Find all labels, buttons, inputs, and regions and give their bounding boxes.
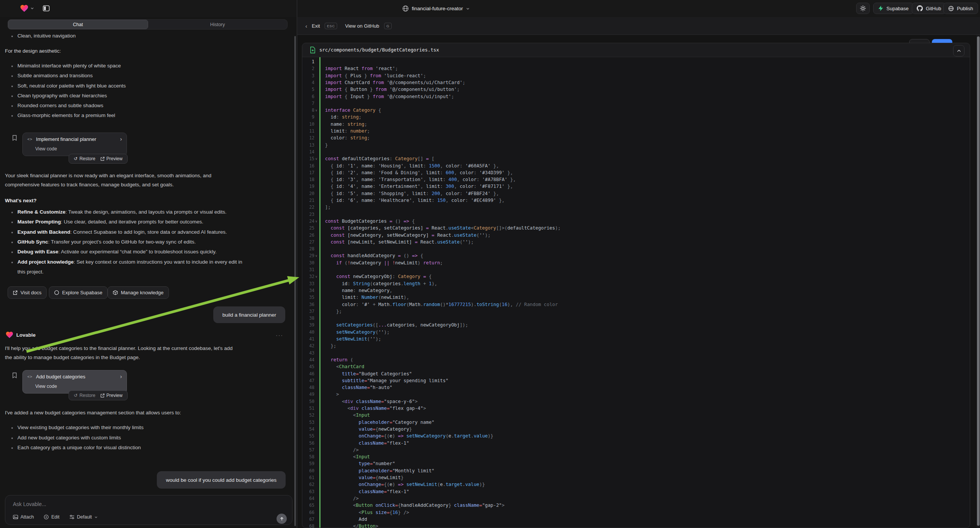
g-key-badge: G [384,23,392,29]
globe-icon [402,5,409,12]
chat-scrollbar[interactable] [294,36,296,526]
code-line: 37 }; [302,308,970,315]
code-line: 4import ChartCard from '@/components/ui/… [302,79,970,86]
supabase-button[interactable]: Supabase [873,3,914,14]
version-title: Implement financial planner [36,136,96,142]
list-item: Expand with Backend: Connect Supabase to… [11,229,227,235]
view-on-github-button[interactable]: View on GitHub [345,17,379,35]
fold-toggle-icon[interactable]: ∨ [315,107,317,114]
edit-button[interactable]: Edit [44,514,59,520]
tab-chat[interactable]: Chat [8,20,148,29]
code-lines: 12import React from 'react';3import { Pl… [302,58,970,528]
code-icon: <> [27,375,33,379]
tab-history[interactable]: History [148,20,288,29]
github-button[interactable]: GitHub [912,3,946,14]
code-line: 15∨const defaultCategories: Category[] =… [302,155,970,162]
chevron-down-icon [94,515,98,519]
manage-knowledge-button[interactable]: Manage knowledge [108,286,169,299]
code-line: 66 <Plus size={16} /> [302,509,970,516]
fold-toggle-icon[interactable]: ∨ [315,218,317,225]
code-line: 48 className="h-auto" [302,384,970,391]
code-line: 61 value={newLimit} [302,474,970,481]
window-scrollbar[interactable] [977,35,980,528]
file-diff-card: src/components/budget/BudgetCategories.t… [302,43,970,528]
external-link-icon [100,394,105,398]
assistant-name: Lovable [16,332,36,338]
code-viewer-header: ‹ Exit ESC View on GitHub G Raw Diff [298,17,980,35]
visit-docs-button[interactable]: Visit docs [8,286,46,299]
code-line: 56 className="flex-1" [302,440,970,447]
code-line: 21 { id: '6', name: 'Healthcare', limit:… [302,197,970,204]
preview-button[interactable]: Preview [100,393,123,398]
version-card-implement-financial-planner[interactable]: <> Implement financial planner › View co… [22,132,127,156]
composer[interactable]: Ask Lovable... Attach Edit Default [5,495,293,525]
code-line: 33 id: String(categories.length + 1), [302,280,970,287]
back-chevron-icon[interactable]: ‹ [305,17,307,35]
logo-chevron-down-icon[interactable] [30,6,34,10]
fold-toggle-icon[interactable]: ∨ [315,156,317,162]
explore-supabase-button[interactable]: Explore Supabase [49,286,108,299]
code-line: 8∨interface Category { [302,107,970,114]
toggle-sidebar-icon[interactable] [43,5,50,12]
gear-icon [860,5,866,11]
message-menu-button[interactable]: ··· [276,332,283,338]
code-line: 46 title="Budget Categories" [302,371,970,377]
bookmark-icon[interactable] [12,135,18,141]
supabase-icon [878,5,883,11]
code-line: 1 [302,58,970,65]
collapse-file-button[interactable] [953,45,964,56]
supabase-circle-icon [54,290,59,295]
code-line: 41 setNewLimit(''); [302,336,970,342]
top-header: financial-future-creator S [0,0,980,17]
list-item: Soft, neutral color palette with light b… [11,83,126,89]
preview-button[interactable]: Preview [100,156,123,161]
code-line: 19 { id: '4', name: 'Entertainment', lim… [302,183,970,190]
code-line: 54 value={newCategory} [302,426,970,433]
code-line: 55 onChange={(e) => setNewCategory(e.tar… [302,433,970,439]
code-line: 16 { id: '1', name: 'Housing', limit: 15… [302,162,970,169]
code-line: 35 limit: Number(newLimit), [302,294,970,301]
code-line: 29∨ const handleAddCategory = () => { [302,252,970,259]
edit-target-icon [44,514,49,520]
mode-select[interactable]: Default [69,514,98,520]
publish-button[interactable]: Publish [943,3,978,14]
version-title: Add budget categories [36,374,85,380]
code-line: 26 const [newCategory, setNewCategory] =… [302,232,970,239]
fold-toggle-icon[interactable]: ∨ [315,274,317,280]
code-line: 12 color: string; [302,134,970,141]
composer-input[interactable]: Ask Lovable... [13,501,46,507]
lovable-logo-heart-icon[interactable] [20,4,29,13]
exit-button[interactable]: Exit [312,17,320,35]
window-scrollbar-thumb[interactable] [977,37,980,526]
bookmark-icon[interactable] [12,372,18,379]
external-link-icon [13,291,18,295]
restore-button[interactable]: ↺ Restore [74,393,95,398]
view-code-link[interactable]: View code [35,384,57,389]
settings-button[interactable] [856,3,870,14]
code-line: 43 [302,350,970,356]
assistant-paragraph: Your sleek financial planner is now read… [5,171,293,189]
code-line: 68 </Button> [302,523,970,528]
view-code-link[interactable]: View code [35,146,57,151]
knowledge-box-icon [113,290,118,295]
user-message: build a financial planner [213,307,285,323]
fold-toggle-icon[interactable]: ∨ [315,253,317,259]
file-header[interactable]: src/components/budget/BudgetCategories.t… [302,43,970,57]
chevron-up-icon [957,49,961,52]
restore-button[interactable]: ↺ Restore [74,156,95,161]
code-line: 28 [302,245,970,252]
code-line: 67 Add [302,516,970,523]
version-card-add-budget-categories[interactable]: <> Add budget categories › View code [22,370,127,394]
publish-globe-icon [948,6,954,11]
attach-image-icon [13,514,18,520]
code-line: 13} [302,142,970,148]
project-switcher[interactable]: financial-future-creator [402,0,470,17]
attach-button[interactable]: Attach [13,514,34,520]
code-line: 39 setCategories([...categories, newCate… [302,321,970,328]
send-button[interactable] [277,514,287,524]
external-link-icon [100,157,105,161]
list-item: Rounded corners and subtle shadows [11,103,103,108]
assistant-paragraph: I'll help you add budget categories to t… [5,344,295,362]
file-path: src/components/budget/BudgetCategories.t… [319,47,439,52]
list-item-wrap: this project. [18,267,44,277]
